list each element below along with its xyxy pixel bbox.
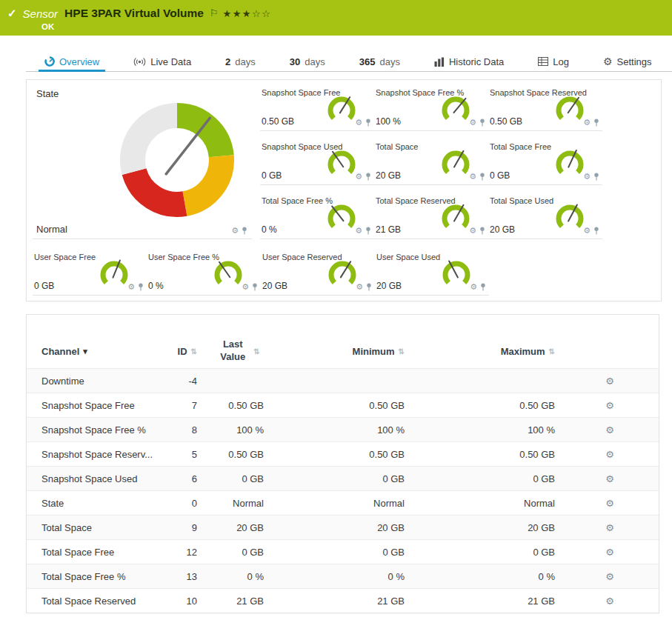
sort-icon: ⇅ — [399, 347, 405, 356]
tab-label: days — [235, 56, 255, 67]
cell-channel[interactable]: Total Space Reserved — [41, 596, 156, 607]
cell-id: 13 — [156, 571, 197, 582]
flag-icon[interactable]: ⚐ — [210, 7, 219, 19]
tab-log[interactable]: Log — [538, 52, 569, 71]
gear-icon[interactable]: ⚙ — [583, 119, 591, 127]
gear-icon[interactable]: ⚙ — [470, 283, 477, 291]
tab-bar: OverviewLive Data2days30days365daysHisto… — [26, 52, 672, 72]
cell-minimum: 20 GB — [279, 522, 405, 533]
gear-icon[interactable]: ⚙ — [469, 119, 476, 127]
gear-icon[interactable]: ⚙ — [242, 283, 249, 291]
table-row-total-space-free[interactable]: Total Space Free %130 %0 %0 %⚙ — [27, 564, 659, 588]
pin-icon[interactable] — [593, 227, 599, 235]
cell-channel[interactable]: Snapshot Space Free % — [41, 424, 156, 436]
gear-icon[interactable]: ⚙ — [231, 227, 239, 235]
tab-label: Overview — [59, 56, 99, 67]
gauge-value: 0.50 GB — [262, 116, 294, 127]
table-row-snapshot-space-free[interactable]: Snapshot Space Free70.50 GB0.50 GB0.50 G… — [27, 393, 659, 417]
gauge-title: User Space Free — [34, 253, 96, 261]
channel-settings-icon[interactable]: ⚙ — [605, 425, 614, 435]
pin-icon[interactable] — [252, 283, 258, 291]
pin-icon[interactable] — [365, 119, 371, 127]
gauge-card-user-space-reserved: User Space Reserved20 GB⚙ — [261, 250, 375, 296]
pin-icon[interactable] — [479, 227, 485, 235]
gauge-title: Total Space — [376, 142, 418, 151]
channel-settings-icon[interactable]: ⚙ — [605, 401, 614, 410]
cell-id: 7 — [156, 400, 197, 411]
cell-id: 6 — [156, 473, 197, 484]
table-row-state[interactable]: State0NormalNormalNormal⚙ — [27, 490, 659, 515]
channel-settings-icon[interactable]: ⚙ — [605, 474, 614, 484]
sort-icon: ⇅ — [191, 347, 197, 356]
gauge-actions: ⚙ — [583, 119, 599, 127]
table-row-snapshot-space-used[interactable]: Snapshot Space Used60 GB0 GB0 GB⚙ — [27, 466, 659, 490]
pin-icon[interactable] — [480, 283, 486, 291]
gauge-card-total-space-free: Total Space Free0 GB⚙ — [488, 139, 602, 185]
cell-last-value: 100 % — [197, 424, 279, 436]
channel-settings-icon[interactable]: ⚙ — [605, 450, 614, 459]
gear-icon[interactable]: ⚙ — [469, 227, 476, 235]
tab-30-days[interactable]: 30days — [290, 52, 325, 71]
cell-last-value: 21 GB — [197, 596, 279, 607]
pin-icon[interactable] — [366, 283, 372, 291]
sort-icon: ⇅ — [549, 347, 555, 356]
channel-table-body: Downtime-4⚙Snapshot Space Free70.50 GB0.… — [27, 368, 659, 613]
gear-icon[interactable]: ⚙ — [127, 283, 135, 291]
gear-icon[interactable]: ⚙ — [469, 173, 476, 181]
table-row-total-space-free[interactable]: Total Space Free120 GB0 GB0 GB⚙ — [27, 539, 659, 564]
gauge-value: 0 GB — [34, 281, 54, 291]
table-row-downtime[interactable]: Downtime-4⚙ — [27, 368, 659, 393]
table-row-snapshot-space-free[interactable]: Snapshot Space Free %8100 %100 %100 %⚙ — [27, 417, 659, 441]
channel-settings-icon[interactable]: ⚙ — [605, 547, 614, 557]
small-gauges-grid: Snapshot Space Free0.50 GB⚙Snapshot Spac… — [260, 85, 602, 239]
column-header-last-value[interactable]: Last Value⇅ — [197, 338, 279, 364]
tab-365-days[interactable]: 365days — [359, 52, 400, 71]
tab-2-days[interactable]: 2days — [225, 52, 256, 71]
gear-icon[interactable]: ⚙ — [355, 173, 362, 181]
tab-overview[interactable]: Overview — [44, 52, 99, 71]
table-row-total-space-reserved[interactable]: Total Space Reserved1021 GB21 GB21 GB⚙ — [27, 588, 659, 613]
cell-channel[interactable]: Total Space Free % — [41, 571, 156, 582]
pin-icon[interactable] — [138, 283, 144, 291]
pin-icon[interactable] — [479, 119, 485, 127]
pin-icon[interactable] — [593, 173, 599, 181]
pin-icon[interactable] — [593, 119, 599, 127]
tab-live-data[interactable]: Live Data — [133, 52, 191, 71]
cell-channel[interactable]: Snapshot Space Reserv... — [41, 449, 156, 460]
column-header-minimum[interactable]: Minimum⇅ — [279, 346, 405, 357]
rating-stars[interactable]: ★★★☆☆ — [223, 8, 272, 19]
gear-icon[interactable]: ⚙ — [355, 227, 362, 235]
gear-icon[interactable]: ⚙ — [583, 227, 591, 235]
gauge-card-snapshot-space-free: Snapshot Space Free %100 %⚙ — [374, 85, 488, 131]
cell-channel[interactable]: Total Space — [41, 522, 156, 533]
gear-icon[interactable]: ⚙ — [355, 119, 362, 127]
pin-icon[interactable] — [365, 227, 371, 235]
channel-settings-icon[interactable]: ⚙ — [605, 596, 614, 606]
channel-settings-icon[interactable]: ⚙ — [605, 572, 614, 581]
cell-id: 5 — [156, 449, 197, 460]
pin-icon[interactable] — [242, 227, 247, 235]
channel-settings-icon[interactable]: ⚙ — [605, 523, 614, 533]
gear-icon[interactable]: ⚙ — [583, 173, 591, 181]
gauge-card-user-space-free: User Space Free0 GB⚙ — [33, 250, 147, 296]
channel-settings-icon[interactable]: ⚙ — [605, 376, 614, 386]
table-row-snapshot-space-reserv[interactable]: Snapshot Space Reserv...50.50 GB0.50 GB0… — [27, 441, 659, 466]
cell-channel[interactable]: Snapshot Space Used — [41, 473, 156, 484]
pin-icon[interactable] — [365, 173, 371, 181]
table-row-total-space[interactable]: Total Space920 GB20 GB20 GB⚙ — [27, 515, 659, 539]
cell-channel[interactable]: Total Space Free — [41, 547, 156, 558]
tab-settings[interactable]: ⚙Settings — [603, 52, 652, 71]
cell-channel[interactable]: State — [41, 498, 156, 509]
tab-number: 2 — [225, 56, 230, 67]
channel-settings-icon[interactable]: ⚙ — [605, 498, 614, 508]
column-header-channel[interactable]: Channel▾ — [41, 346, 156, 357]
pin-icon[interactable] — [479, 173, 485, 181]
gauge-card-total-space: Total Space20 GB⚙ — [374, 139, 488, 185]
column-header-id[interactable]: ID⇅ — [156, 346, 197, 357]
tab-historic-data[interactable]: Historic Data — [434, 52, 504, 71]
cell-channel[interactable]: Downtime — [41, 376, 156, 387]
gauge-actions: ⚙ — [231, 227, 247, 235]
cell-channel[interactable]: Snapshot Space Free — [41, 400, 156, 411]
column-header-maximum[interactable]: Maximum⇅ — [405, 346, 555, 357]
gear-icon[interactable]: ⚙ — [356, 283, 363, 291]
